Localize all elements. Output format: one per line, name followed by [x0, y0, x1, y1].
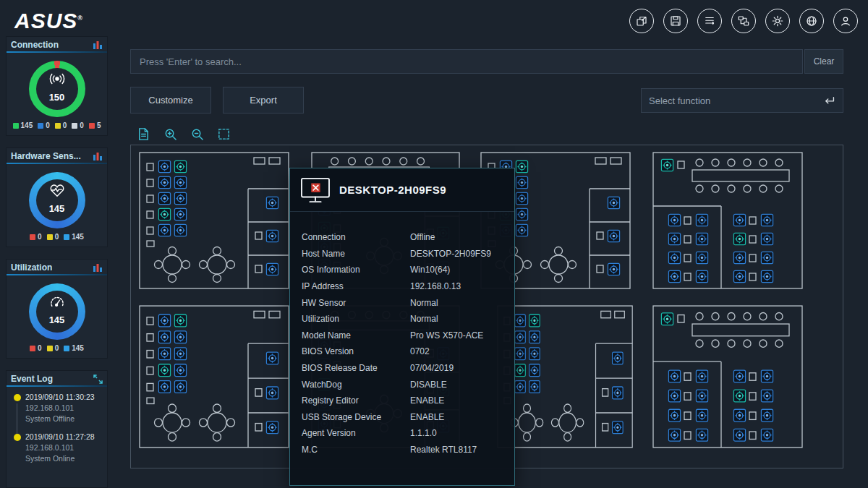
widget-title: Hardware Sens...	[11, 151, 81, 161]
floorplan-room-8[interactable]	[652, 304, 804, 449]
marquee-select-icon[interactable]	[215, 125, 232, 142]
legend-item: 145	[64, 344, 84, 352]
offline-monitor-icon	[300, 176, 331, 204]
legend-item: 5	[89, 121, 101, 129]
event-time: 2019/09/10 11:30:23	[25, 392, 103, 403]
legend-value: 0	[38, 344, 42, 352]
connection-total: 150	[29, 92, 85, 103]
legend-item: 145	[64, 233, 84, 241]
event-status-dot	[14, 394, 21, 401]
map-toolbar	[135, 125, 232, 142]
expand-icon[interactable]	[93, 374, 103, 384]
topbar: ASUS®	[0, 0, 868, 42]
hardware-donut[interactable]: 145	[29, 172, 85, 228]
event-time: 2019/09/10 11:27:28	[25, 432, 103, 442]
legend-swatch	[47, 234, 53, 240]
zoom-in-icon[interactable]	[161, 125, 179, 142]
detail-row: Model NamePro WS X570-ACE	[302, 328, 503, 344]
detail-row: OS InformationWin10(64)	[302, 262, 503, 278]
widget-connection: Connection 150 145 0 0 0 5	[6, 36, 108, 136]
export-button[interactable]: Export	[223, 87, 304, 114]
asus-logo: ASUS®	[14, 9, 83, 33]
legend-item: 0	[47, 233, 59, 241]
hardware-total: 145	[29, 203, 85, 214]
detail-row: IP Address192.168.0.13	[302, 278, 503, 295]
search-bar: Clear	[130, 49, 843, 74]
settings-icon[interactable]	[765, 9, 790, 33]
detail-row: UtilizationNormal	[302, 311, 503, 328]
legend-value: 5	[97, 121, 101, 129]
device-tooltip: DESKTOP-2H09FS9 ConnectionOffline Host N…	[289, 168, 515, 486]
legend-swatch	[30, 234, 35, 240]
floorplan-room-5[interactable]	[138, 304, 290, 449]
event-status: System Online	[25, 453, 103, 464]
gauge-icon	[29, 295, 85, 308]
utilization-legend: 0 0 145	[7, 344, 107, 358]
select-function-dropdown[interactable]: Select function	[641, 88, 843, 113]
report-icon[interactable]	[135, 125, 152, 142]
clear-button[interactable]: Clear	[804, 49, 843, 74]
widget-title: Connection	[11, 40, 59, 50]
legend-swatch	[89, 123, 95, 129]
device-details: ConnectionOffline Host NameDESKTOP-2H09F…	[290, 212, 514, 458]
legend-value: 0	[80, 121, 84, 129]
detail-row: Registry EditorENABLE	[302, 393, 503, 409]
legend-swatch	[55, 123, 61, 129]
legend-value: 145	[72, 233, 84, 241]
widget-title: Utilization	[11, 262, 52, 273]
legend-value: 145	[21, 121, 33, 129]
mission-icon[interactable]	[731, 9, 756, 33]
legend-value: 145	[72, 344, 84, 352]
broadcast-icon	[29, 72, 85, 85]
floorplan-room-4[interactable]	[652, 151, 804, 290]
legend-value: 0	[55, 344, 59, 352]
snapshot-icon[interactable]	[663, 9, 688, 33]
event-ip: 192.168.0.101	[25, 442, 103, 453]
zoom-out-icon[interactable]	[188, 125, 205, 142]
legend-value: 0	[38, 233, 42, 241]
network-icon[interactable]	[799, 9, 824, 33]
mini-chart-icon[interactable]	[93, 152, 103, 160]
event-log-entry[interactable]: 2019/09/10 11:27:28 192.168.0.101 System…	[12, 432, 103, 464]
legend-value: 0	[55, 233, 59, 241]
legend-item: 0	[72, 121, 84, 129]
legend-swatch	[47, 346, 53, 351]
event-log-entry[interactable]: 2019/09/10 11:30:23 192.168.0.101 System…	[12, 392, 103, 424]
search-input[interactable]	[130, 49, 803, 74]
event-status: System Offline	[25, 414, 103, 424]
widget-utilization: Utilization 145 0 0 145	[6, 259, 108, 359]
legend-item: 0	[47, 344, 59, 352]
legend-swatch	[38, 123, 43, 129]
account-icon[interactable]	[833, 9, 858, 33]
detail-row: Host NameDESKTOP-2H09FS9	[302, 246, 503, 262]
device-tooltip-header: DESKTOP-2H09FS9	[290, 168, 514, 212]
detail-row: BIOS Version0702	[302, 343, 503, 360]
enter-icon[interactable]	[823, 95, 835, 106]
detail-row: HW SensorNormal	[302, 294, 503, 311]
report-icon[interactable]	[697, 9, 722, 33]
utilization-donut[interactable]: 145	[29, 283, 85, 340]
event-log-list: 2019/09/10 11:30:23 192.168.0.101 System…	[7, 386, 107, 474]
legend-item: 0	[38, 121, 50, 129]
legend-swatch	[30, 346, 35, 351]
deployment-icon[interactable]	[629, 9, 654, 33]
select-function-label: Select function	[649, 95, 710, 106]
detail-row: ConnectionOffline	[302, 229, 503, 246]
legend-swatch	[13, 123, 19, 129]
hardware-legend: 0 0 145	[7, 233, 107, 247]
mini-chart-icon[interactable]	[93, 263, 103, 272]
event-status-dot	[14, 434, 21, 441]
legend-item: 145	[13, 121, 33, 129]
legend-swatch	[64, 346, 69, 351]
floorplan-room-1[interactable]	[138, 151, 290, 290]
detail-row: Agent Version1.1.1.0	[302, 425, 503, 442]
customize-button[interactable]: Customize	[130, 87, 211, 114]
widget-title: Event Log	[11, 374, 53, 384]
floorplan-room-7[interactable]	[496, 304, 634, 449]
detail-row: WatchDogDISABLE	[302, 376, 503, 393]
connection-donut[interactable]: 150	[29, 61, 85, 117]
device-name: DESKTOP-2H09FS9	[339, 184, 446, 196]
mini-chart-icon[interactable]	[93, 40, 103, 49]
legend-item: 0	[55, 121, 67, 129]
legend-swatch	[64, 234, 69, 240]
